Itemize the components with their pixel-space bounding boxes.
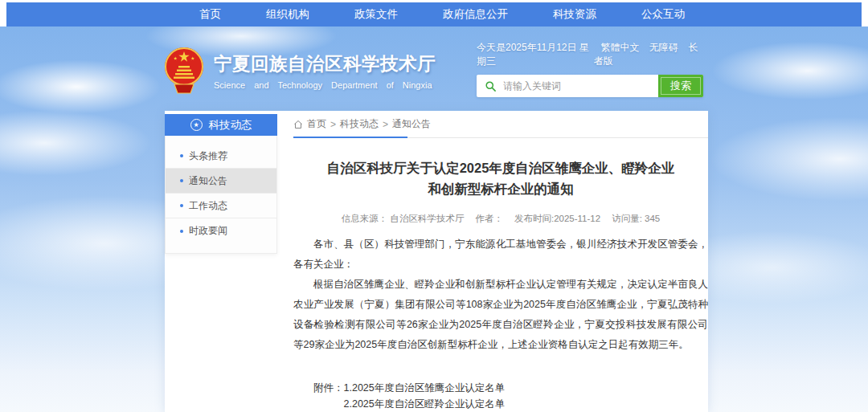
- breadcrumb-separator: >: [330, 119, 336, 130]
- sidebar: ★ 科技动态 头条推荐 通知公告 工作动态 时政要闻: [165, 114, 277, 254]
- sidebar-item-notices[interactable]: 通知公告: [166, 169, 276, 194]
- search-icon: [477, 80, 502, 92]
- nav-item-gov-info-disclosure[interactable]: 政府信息公开: [420, 7, 530, 22]
- header-right: 今天是2025年11月12日 星期三 繁體中文 无障碍 长者版 搜索: [477, 41, 703, 97]
- search-box: 搜索: [477, 75, 703, 97]
- attachment-link-gazelle-list[interactable]: 2.2025年度自治区瞪羚企业认定名单: [344, 397, 535, 412]
- nav-item-home[interactable]: 首页: [177, 7, 244, 22]
- bullet-dot-icon: [180, 230, 183, 233]
- sidebar-item-label: 工作动态: [189, 199, 227, 213]
- meta-publish-time: 发布时间:2025-11-12: [514, 213, 600, 225]
- nav-item-organization[interactable]: 组织机构: [244, 7, 332, 22]
- attachments-list: 1.2025年度自治区雏鹰企业认定名单 2.2025年度自治区瞪羚企业认定名单 …: [344, 381, 535, 412]
- top-navigation: 首页 组织机构 政策文件 政府信息公开 科技资源 公众互动: [6, 2, 862, 27]
- article-title-line2: 和创新型标杆企业的通知: [428, 182, 574, 196]
- sidebar-header-sci-tech-news[interactable]: ★ 科技动态: [165, 114, 277, 136]
- article-body: 各市、县（区）科技管理部门，宁东能源化工基地管委会，银川经济技术开发区管委会，各…: [293, 235, 708, 355]
- header-links: 繁體中文 无障碍 长者版: [594, 41, 703, 68]
- national-emblem-logo: [163, 45, 205, 96]
- nav-item-sci-tech-resources[interactable]: 科技资源: [530, 7, 619, 22]
- sidebar-item-work-updates[interactable]: 工作动态: [166, 194, 276, 218]
- breadcrumb-notices[interactable]: 通知公告: [392, 117, 431, 131]
- star-circle-icon: ★: [190, 119, 203, 131]
- meta-source: 信息来源： 自治区科学技术厅: [342, 213, 465, 225]
- current-date: 今天是2025年11月12日 星期三: [477, 41, 594, 68]
- page-panel: ★ 科技动态 头条推荐 通知公告 工作动态 时政要闻: [165, 111, 708, 412]
- breadcrumb-home[interactable]: 首页: [307, 117, 326, 131]
- nav-item-policy-documents[interactable]: 政策文件: [332, 7, 420, 22]
- bullet-dot-icon: [180, 154, 183, 157]
- home-icon: [293, 120, 303, 129]
- bullet-dot-icon: [180, 204, 183, 207]
- breadcrumb: 首页 > 科技动态 > 通知公告: [293, 111, 708, 138]
- search-input[interactable]: [502, 80, 658, 92]
- sidebar-item-label: 头条推荐: [189, 149, 227, 163]
- sidebar-menu: 头条推荐 通知公告 工作动态 时政要闻: [165, 136, 277, 254]
- main-content: 首页 > 科技动态 > 通知公告 自治区科技厅关于认定2025年度自治区雏鹰企业…: [293, 111, 708, 412]
- nav-item-public-interaction[interactable]: 公众互动: [619, 7, 707, 22]
- site-subtitle: Science and Technology Department of Nin…: [214, 80, 436, 90]
- site-title: 宁夏回族自治区科学技术厅: [214, 51, 436, 76]
- attachment-link-eagle-list[interactable]: 1.2025年度自治区雏鹰企业认定名单: [344, 381, 535, 397]
- breadcrumb-separator: >: [383, 119, 388, 130]
- article-title: 自治区科技厅关于认定2025年度自治区雏鹰企业、瞪羚企业 和创新型标杆企业的通知: [298, 157, 703, 199]
- link-accessibility[interactable]: 无障碍: [649, 42, 678, 53]
- search-button[interactable]: 搜索: [658, 75, 703, 97]
- article-meta: 信息来源： 自治区科学技术厅 作者： 发布时间:2025-11-12 访问量: …: [293, 213, 708, 225]
- article-paragraph-salutation: 各市、县（区）科技管理部门，宁东能源化工基地管委会，银川经济技术开发区管委会，各…: [293, 235, 708, 275]
- meta-visit-count: 访问量: 345: [612, 213, 660, 225]
- attachments: 附件： 1.2025年度自治区雏鹰企业认定名单 2.2025年度自治区瞪羚企业认…: [293, 381, 708, 412]
- sidebar-title: 科技动态: [209, 118, 252, 133]
- bullet-dot-icon: [180, 179, 183, 182]
- meta-author: 作者：: [475, 213, 503, 225]
- sidebar-item-headlines[interactable]: 头条推荐: [166, 144, 276, 169]
- breadcrumb-sci-tech-news[interactable]: 科技动态: [340, 117, 379, 131]
- site-brand: 宁夏回族自治区科学技术厅 Science and Technology Depa…: [163, 45, 436, 96]
- sidebar-item-label: 时政要闻: [189, 224, 227, 238]
- sidebar-item-label: 通知公告: [189, 174, 227, 188]
- attachments-label: 附件：: [313, 381, 344, 412]
- sidebar-item-political-news[interactable]: 时政要闻: [166, 218, 276, 243]
- article-paragraph-main: 根据自治区雏鹰企业、瞪羚企业和创新型标杆企业认定管理有关规定，决定认定半亩良人农…: [293, 275, 708, 355]
- link-traditional-chinese[interactable]: 繁體中文: [601, 42, 640, 53]
- article-title-line1: 自治区科技厅关于认定2025年度自治区雏鹰企业、瞪羚企业: [327, 161, 675, 175]
